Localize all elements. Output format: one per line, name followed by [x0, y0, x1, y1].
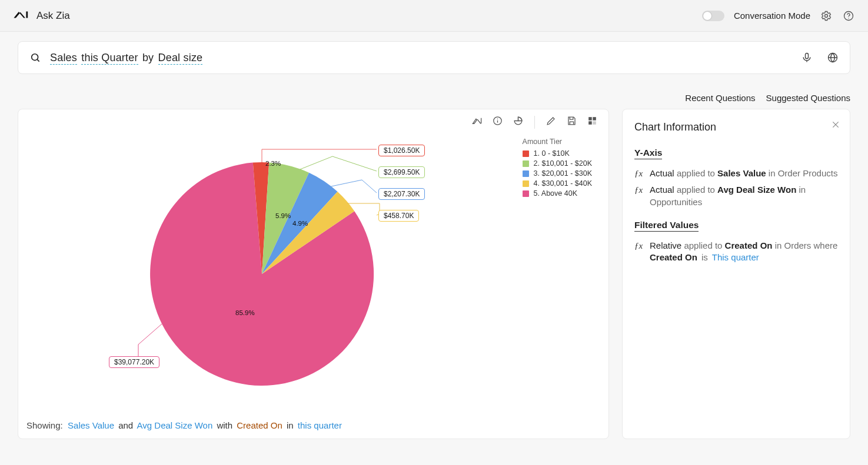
info-title: Chart Information [634, 121, 838, 133]
page-title: Ask Zia [36, 10, 70, 22]
pie-value-label: $2,207.30K [378, 188, 425, 200]
gear-icon[interactable] [820, 9, 833, 22]
showing-avg-link[interactable]: Avg Deal Size Won [137, 420, 213, 430]
svg-point-3 [32, 54, 38, 61]
filter-row: ƒx Relative applied to Created On in Ord… [634, 240, 838, 264]
save-icon[interactable] [566, 115, 577, 129]
pie-value-label: $2,699.50K [378, 166, 425, 178]
filter-heading: Filtered Values [634, 220, 699, 232]
svg-rect-9 [593, 117, 596, 121]
chart-type-icon[interactable] [513, 115, 524, 129]
pie-pct: 85.9% [235, 309, 255, 316]
svg-rect-8 [588, 117, 592, 121]
query-token: Sales [50, 52, 77, 65]
mic-icon[interactable] [800, 51, 813, 64]
info-icon[interactable] [492, 115, 503, 129]
recent-questions-link[interactable]: Recent Questions [685, 93, 755, 103]
svg-rect-11 [593, 121, 596, 125]
conversation-mode-toggle[interactable] [702, 11, 724, 21]
zia-icon[interactable] [471, 115, 483, 129]
search-icon [29, 51, 42, 64]
showing-summary: Showing: Sales Value and Avg Deal Size W… [26, 420, 342, 430]
chart-info-panel: Chart Information Y-Axis ƒx Actual appli… [622, 109, 850, 439]
help-icon[interactable] [842, 9, 855, 22]
fx-icon: ƒx [634, 240, 645, 252]
search-input[interactable]: Sales this Quarter by Deal size [18, 41, 850, 74]
chart-card: Amount Tier 1. 0 - $10K 2. $10,001 - $20… [18, 109, 609, 439]
query-token: Deal size [158, 52, 203, 65]
pie-pct: 4.9% [292, 220, 308, 227]
showing-sales-link[interactable]: Sales Value [68, 420, 114, 430]
pie-value-label: $39,077.20K [109, 356, 159, 368]
filter-quarter-link[interactable]: This quarter [712, 252, 759, 262]
zia-logo-icon [13, 9, 29, 23]
conversation-mode-label: Conversation Mode [734, 11, 810, 21]
globe-icon[interactable] [826, 51, 839, 64]
pie-value-label: $1,026.50K [378, 145, 425, 156]
showing-created: Created On [237, 420, 282, 430]
pie-value-label: $458.70K [378, 210, 419, 222]
yaxis-heading: Y-Axis [634, 148, 662, 159]
svg-rect-4 [806, 53, 809, 59]
edit-icon[interactable] [546, 115, 557, 129]
fx-icon: ƒx [634, 168, 645, 179]
query-token: by [142, 52, 154, 63]
search-query: Sales this Quarter by Deal size [50, 52, 792, 64]
svg-point-0 [825, 14, 828, 17]
pie-chart: 2.3% 5.9% 4.9% 85.9% $1,026.50K $2,699.5… [26, 139, 600, 397]
pie-pct: 5.9% [275, 212, 291, 219]
svg-point-2 [848, 18, 849, 18]
query-token: this Quarter [81, 52, 138, 65]
grid-icon[interactable] [587, 115, 598, 129]
yaxis-row: ƒx Actual applied to Avg Deal Size Won i… [634, 184, 838, 208]
yaxis-row: ƒx Actual applied to Sales Value in Orde… [634, 168, 838, 179]
svg-point-7 [497, 119, 498, 119]
showing-quarter-link[interactable]: this quarter [298, 420, 342, 430]
svg-rect-10 [588, 121, 592, 125]
pie-pct: 2.3% [265, 160, 281, 167]
close-icon[interactable] [831, 120, 840, 132]
fx-icon: ƒx [634, 184, 645, 196]
suggested-questions-link[interactable]: Suggested Questions [766, 93, 850, 103]
